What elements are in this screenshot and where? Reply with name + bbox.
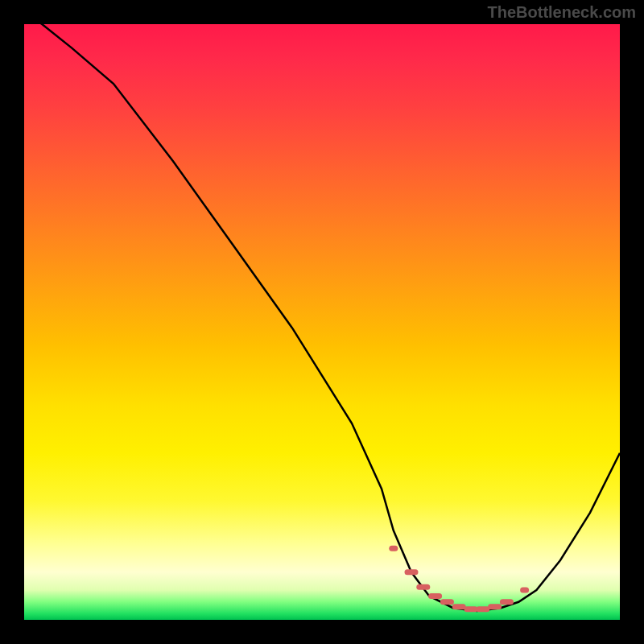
- chart-container: TheBottleneck.com: [0, 0, 644, 644]
- marker-group: [392, 548, 526, 609]
- plot-area: [24, 24, 620, 620]
- bottleneck-curve: [24, 24, 620, 611]
- watermark-text: TheBottleneck.com: [488, 3, 636, 22]
- chart-svg: [24, 24, 620, 620]
- curve-group: [24, 24, 620, 611]
